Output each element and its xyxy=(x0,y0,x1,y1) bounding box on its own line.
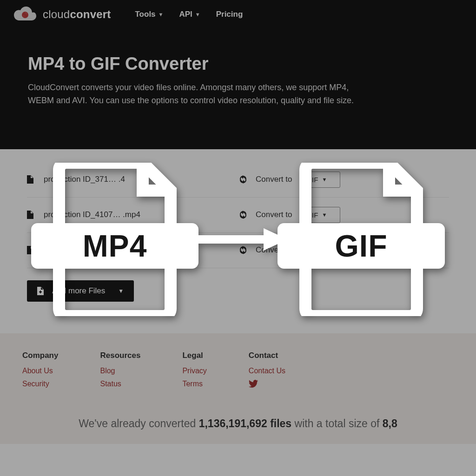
footer-contact: Contact Contact Us xyxy=(249,351,285,394)
chevron-down-icon: ▼ xyxy=(195,12,200,17)
chevron-down-icon: ▼ xyxy=(118,288,124,294)
footer-link-twitter[interactable] xyxy=(249,380,285,390)
file-icon xyxy=(27,211,33,219)
cloud-logo-icon xyxy=(14,7,36,22)
nav-pricing[interactable]: Pricing xyxy=(216,10,243,19)
footer-heading: Resources xyxy=(100,351,140,360)
convert-to-label: Convert to xyxy=(256,210,292,219)
brand-logo[interactable]: cloudconvert xyxy=(14,7,111,22)
footer-link-terms[interactable]: Terms xyxy=(182,380,206,388)
convert-to-label: Convert to xyxy=(256,245,292,255)
converter-panel: production ID_371… .4 Convert to GIF▼ pr… xyxy=(0,149,476,317)
refresh-icon[interactable] xyxy=(239,211,247,219)
add-more-files-button[interactable]: Add more Files ▼ xyxy=(27,280,134,302)
nav-tools[interactable]: Tools▼ xyxy=(135,10,163,19)
main-nav: Tools▼ API▼ Pricing xyxy=(135,10,243,19)
format-select[interactable]: GIF▼ xyxy=(299,207,340,223)
footer-legal: Legal Privacy Terms xyxy=(182,351,206,394)
chevron-down-icon: ▼ xyxy=(322,247,327,253)
page-description: CloudConvert converts your video files o… xyxy=(28,81,363,107)
footer-resources: Resources Blog Status xyxy=(100,351,140,394)
footer-heading: Company xyxy=(22,351,58,360)
format-select[interactable]: GIF▼ xyxy=(299,172,340,188)
file-row: production ID_4107… .mp4 Convert to GIF▼ xyxy=(27,198,449,233)
brand-text: cloudconvert xyxy=(43,8,111,21)
add-file-icon xyxy=(37,287,44,295)
footer-link-contact-us[interactable]: Contact Us xyxy=(249,367,285,375)
file-name: production ID_371… .4 xyxy=(44,175,239,184)
footer-link-status[interactable]: Status xyxy=(100,380,140,388)
file-name: … .mp xyxy=(44,245,239,255)
chevron-down-icon: ▼ xyxy=(159,12,164,17)
refresh-icon[interactable] xyxy=(239,175,247,184)
nav-api[interactable]: API▼ xyxy=(179,10,200,19)
twitter-icon xyxy=(249,380,258,388)
convert-to-label: Convert to xyxy=(256,175,292,184)
format-select[interactable]: GIF▼ xyxy=(299,242,340,258)
file-row: … .mp Convert to GIF▼ xyxy=(27,233,449,268)
top-nav: cloudconvert Tools▼ API▼ Pricing xyxy=(0,0,476,29)
footer-company: Company About Us Security xyxy=(22,351,58,394)
refresh-icon[interactable] xyxy=(239,246,247,254)
footer-heading: Contact xyxy=(249,351,285,360)
footer-link-privacy[interactable]: Privacy xyxy=(182,367,206,375)
footer-heading: Legal xyxy=(182,351,206,360)
chevron-down-icon: ▼ xyxy=(322,212,327,218)
file-row: production ID_371… .4 Convert to GIF▼ xyxy=(27,162,449,198)
stats-line: We've already converted 1,136,191,692 fi… xyxy=(22,417,454,430)
footer-link-about[interactable]: About Us xyxy=(22,367,58,375)
file-icon xyxy=(27,246,33,254)
file-icon xyxy=(27,175,33,184)
page-title: MP4 to GIF Converter xyxy=(28,54,448,74)
chevron-down-icon: ▼ xyxy=(322,177,327,182)
footer-link-security[interactable]: Security xyxy=(22,380,58,388)
hero-section: MP4 to GIF Converter CloudConvert conver… xyxy=(0,29,476,149)
footer-link-blog[interactable]: Blog xyxy=(100,367,140,375)
footer: Company About Us Security Resources Blog… xyxy=(0,333,476,444)
file-name: production ID_4107… .mp4 xyxy=(44,210,239,219)
